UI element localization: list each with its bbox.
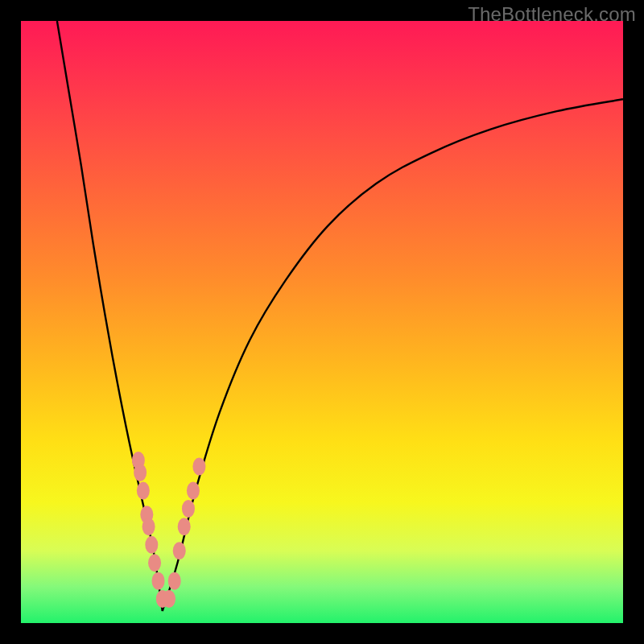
highlight-dot	[168, 572, 181, 590]
highlight-dot	[137, 481, 150, 499]
chart-svg	[21, 21, 623, 623]
curve-group	[57, 21, 623, 611]
highlight-dot	[178, 518, 191, 535]
highlight-dot	[134, 464, 147, 481]
highlight-dot	[148, 554, 161, 572]
highlight-dot	[152, 572, 165, 590]
highlight-dot	[173, 542, 186, 559]
bottleneck-curve-right	[163, 99, 623, 611]
highlight-dot	[187, 481, 200, 499]
highlight-dot	[145, 536, 158, 554]
highlight-dot	[142, 518, 155, 535]
highlight-dot	[163, 590, 175, 608]
highlight-dot	[182, 500, 195, 518]
highlight-dots-group	[132, 452, 206, 608]
chart-frame	[21, 21, 623, 623]
highlight-dot	[192, 458, 205, 476]
